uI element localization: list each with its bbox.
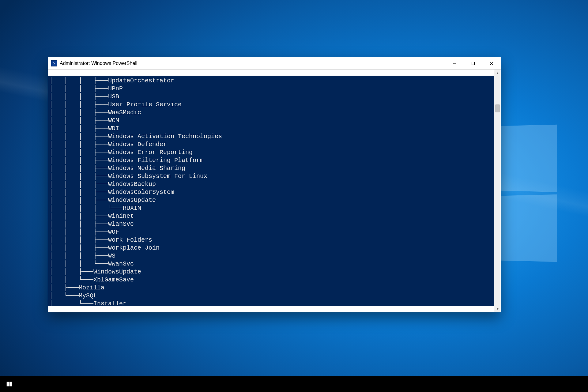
powershell-icon xyxy=(51,60,57,66)
svg-rect-1 xyxy=(472,62,475,65)
svg-rect-4 xyxy=(7,384,9,386)
svg-rect-5 xyxy=(9,384,12,386)
maximize-button[interactable] xyxy=(464,57,482,69)
minimize-button[interactable] xyxy=(446,57,464,69)
window-client-area: │ │ │ ├───UpdateOrchestrator │ │ │ ├───U… xyxy=(48,70,501,312)
svg-rect-0 xyxy=(453,63,456,63)
scroll-up-arrow[interactable]: ▴ xyxy=(494,70,501,76)
window-controls xyxy=(446,57,501,69)
start-button[interactable] xyxy=(0,376,18,392)
scroll-down-arrow[interactable]: ▾ xyxy=(494,305,501,312)
window-title: Administrator: Windows PowerShell xyxy=(60,61,137,66)
svg-rect-2 xyxy=(7,382,9,384)
taskbar[interactable] xyxy=(0,376,588,392)
titlebar[interactable]: Administrator: Windows PowerShell xyxy=(48,57,501,70)
desktop: Administrator: Windows PowerShell │ │ │ … xyxy=(0,0,588,392)
powershell-window: Administrator: Windows PowerShell │ │ │ … xyxy=(48,57,501,312)
windows-icon xyxy=(6,381,12,387)
vertical-scrollbar[interactable]: ▴ ▾ xyxy=(494,70,501,312)
scroll-thumb[interactable] xyxy=(495,104,500,112)
svg-rect-3 xyxy=(9,382,12,384)
terminal-output[interactable]: │ │ │ ├───UpdateOrchestrator │ │ │ ├───U… xyxy=(48,76,494,306)
close-button[interactable] xyxy=(482,57,501,69)
